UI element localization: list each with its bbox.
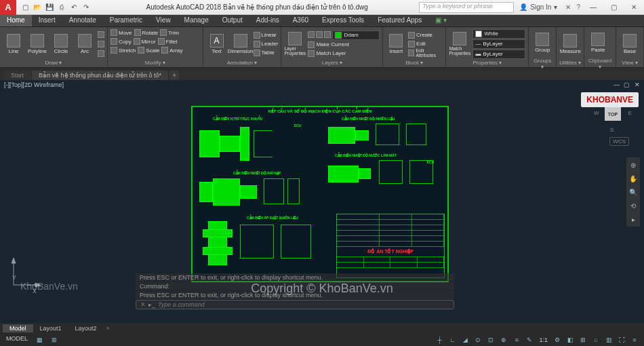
text-button[interactable]: AText [206,30,228,58]
trim-button[interactable]: Trim [160,28,179,37]
lineweight-combo[interactable]: —ByLayer [472,39,525,49]
tab-extra[interactable]: ▣ ▾ [428,15,454,26]
edit-button[interactable]: Edit [408,40,443,48]
command-input[interactable] [158,301,449,308]
circle-button[interactable]: Circle [50,30,72,58]
modelspace-label[interactable]: MODEL [6,335,28,345]
drawing-canvas[interactable]: KHOBANVE N S E W TOP WCS ⊕ ✋ 🔍 ⟲ ▸ KẾT C… [0,90,644,323]
tab-a360[interactable]: A360 [286,15,315,26]
arc-button[interactable]: Arc [74,30,96,58]
pan-icon[interactable]: ✋ [628,174,638,183]
dimension-button[interactable]: Dimension [230,30,251,58]
open-icon[interactable]: 📂 [33,3,42,12]
app-logo[interactable]: A [0,0,16,15]
sb-7[interactable]: ≡ [511,335,522,345]
cmd-close-icon[interactable]: ✕ [140,301,146,308]
scale-button[interactable]: Scale [138,46,159,54]
create-button[interactable]: Create [408,31,443,39]
sb-13[interactable]: ▥ [603,335,614,345]
help-icon[interactable]: ? [576,3,580,11]
sb-9[interactable]: ⚙ [552,335,563,345]
vp-min-icon[interactable]: — [613,81,620,88]
rotate-button[interactable]: Rotate [134,28,159,37]
sb-2[interactable]: ∟ [447,335,458,345]
layer-i3[interactable] [324,31,331,39]
drawing-tab[interactable]: Bản vẽ hệ thống phun dầu điện tử trên ô … [32,71,168,80]
viewcube-face[interactable]: TOP [605,107,621,121]
grid-icon[interactable]: ▦ [34,335,45,345]
sb-10[interactable]: ◧ [565,335,576,345]
orbit-icon[interactable]: ⟲ [628,201,638,210]
command-line[interactable]: ✕ ▸_ [136,300,454,309]
sb-11[interactable]: ⊞ [578,335,588,345]
add-layout-button[interactable]: + [106,325,110,332]
help-search[interactable]: Type a keyword or phrase [419,2,514,13]
array-button[interactable]: Array [161,46,182,54]
saveas-icon[interactable]: ⎙ [57,3,66,12]
tab-parametric[interactable]: Parametric [103,15,149,26]
leader-button[interactable]: Leader [254,40,279,48]
new-tab-button[interactable]: + [169,71,179,80]
mirror-button[interactable]: Mirror [134,37,156,45]
linear-button[interactable]: Linear [254,31,279,39]
group-button[interactable]: Group [531,28,553,57]
tab-manage[interactable]: Manage [178,15,216,26]
vp-close-icon[interactable]: ✕ [635,81,640,88]
line-button[interactable]: Line [3,30,24,58]
tab-insert[interactable]: Insert [32,15,62,26]
sb-1[interactable]: ┼ [434,335,445,345]
new-icon[interactable]: ▢ [20,3,30,12]
insert-button[interactable]: Insert [386,30,406,58]
model-tab[interactable]: Model [3,324,33,332]
layer-i2[interactable] [316,31,323,39]
layerprops-button[interactable]: Layer Properties [284,30,306,58]
layout1-tab[interactable]: Layout1 [33,324,68,332]
viewcube[interactable]: N S E W TOP [594,95,632,133]
zoom-icon[interactable]: 🔍 [628,187,638,197]
sb-14[interactable]: ⛶ [616,335,627,345]
undo-icon[interactable]: ↶ [69,3,79,12]
matchlayer-button[interactable]: Match Layer [308,50,380,58]
minimize-button[interactable]: — [583,0,603,15]
vp-max-icon[interactable]: ▢ [624,81,630,88]
measure-button[interactable]: Measure [559,30,581,58]
sb-12[interactable]: ⌂ [590,335,601,345]
layout2-tab[interactable]: Layout2 [68,324,104,332]
tab-view[interactable]: View [149,15,178,26]
snap-icon[interactable]: ⊞ [49,335,60,345]
redo-icon[interactable]: ↷ [81,3,91,12]
start-tab[interactable]: Start [4,71,31,80]
move-button[interactable]: Move [110,28,132,37]
showmotion-icon[interactable]: ▸ [628,214,638,224]
layer-combo[interactable]: Ddam [332,31,380,40]
matchprops-button[interactable]: Match Properties [449,30,470,58]
sb-4[interactable]: ⊙ [472,335,483,345]
fillet-button[interactable]: Fillet [158,37,178,45]
signin-button[interactable]: 👤 Sign In ▾ [519,3,557,11]
save-icon[interactable]: 💾 [45,3,54,12]
wcs-label[interactable]: WCS [609,137,629,146]
layer-i1[interactable] [308,31,315,39]
sb-6[interactable]: ⊕ [498,335,509,345]
tab-featured[interactable]: Featured Apps [371,15,428,26]
copy-button[interactable]: Copy [110,37,132,45]
viewport-label[interactable]: [-][Top][2D Wireframe] [4,81,64,88]
draw-sm3[interactable] [98,50,104,58]
close-button[interactable]: ✕ [624,0,644,15]
tab-express[interactable]: Express Tools [315,15,371,26]
tab-addins[interactable]: Add-ins [249,15,286,26]
draw-sm1[interactable] [98,31,104,39]
linetype-combo[interactable]: ▬ByLayer [472,50,525,59]
color-combo[interactable]: White [472,29,525,39]
sb-5[interactable]: ⊡ [485,335,496,345]
draw-sm2[interactable] [98,40,104,48]
maximize-button[interactable]: ▢ [603,0,624,15]
tab-home[interactable]: Home [0,15,32,26]
stretch-button[interactable]: Stretch [110,46,136,54]
sb-8[interactable]: ✎ [524,335,535,345]
paste-button[interactable]: Paste [587,28,609,57]
tab-output[interactable]: Output [216,15,249,26]
makecurrent-button[interactable]: Make Current [308,41,380,49]
customize-icon[interactable]: ≡ [629,335,640,345]
base-button[interactable]: Base [619,30,641,58]
